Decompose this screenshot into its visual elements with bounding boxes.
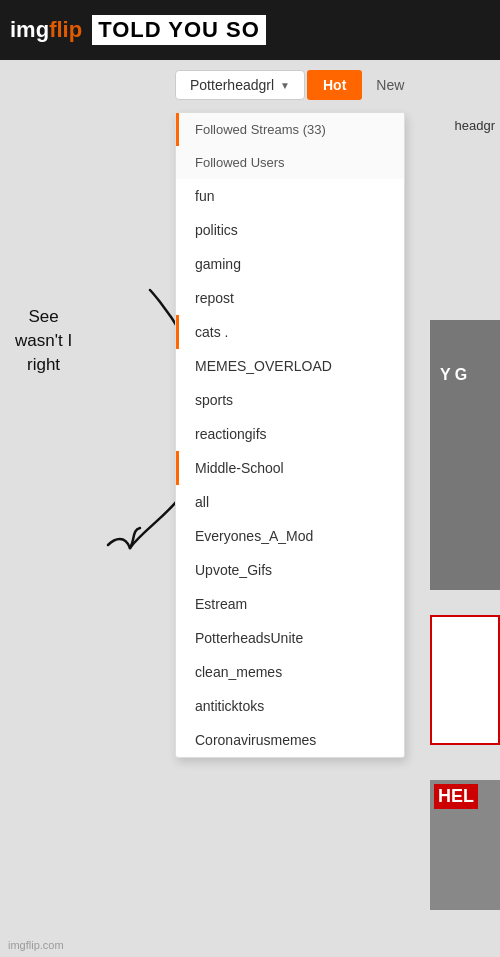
stream-item-potterheadsunite[interactable]: PotterheadsUnite xyxy=(176,621,404,655)
stream-item-all[interactable]: all xyxy=(176,485,404,519)
stream-item-estream[interactable]: Estream xyxy=(176,587,404,621)
imgflip-footer: imgflip.com xyxy=(8,939,64,951)
stream-item-gaming[interactable]: gaming xyxy=(176,247,404,281)
dropdown-label: Potterheadgrl xyxy=(190,77,274,93)
tab-hot-button[interactable]: Hot xyxy=(307,70,362,100)
tab-new-button[interactable]: New xyxy=(362,70,418,100)
logo-img-part: img xyxy=(10,17,49,42)
stream-item-reactiongifs[interactable]: reactiongifs xyxy=(176,417,404,451)
header-bar: imgflip TOLD YOU SO xyxy=(0,0,500,60)
white-box-element xyxy=(430,615,500,745)
svg-rect-0 xyxy=(430,320,500,590)
stream-item-everyones-a-mod[interactable]: Everyones_A_Mod xyxy=(176,519,404,553)
logo-area: imgflip TOLD YOU SO xyxy=(10,15,266,45)
stream-dropdown-button[interactable]: Potterheadgrl ▼ xyxy=(175,70,305,100)
annotation-line3: right xyxy=(27,355,60,374)
stream-item-clean-memes[interactable]: clean_memes xyxy=(176,655,404,689)
tab-bar: Potterheadgrl ▼ Hot New xyxy=(0,60,500,100)
partial-username: headgr xyxy=(455,118,495,133)
logo: imgflip xyxy=(10,17,82,43)
stream-item-cats[interactable]: cats xyxy=(176,315,404,349)
meme-overlay-text: TOLD YOU SO xyxy=(92,15,266,45)
hel-meme-box: HEL xyxy=(430,780,500,910)
hel-label: HEL xyxy=(434,784,478,809)
stream-item-fun[interactable]: fun xyxy=(176,179,404,213)
stream-item-repost[interactable]: repost xyxy=(176,281,404,315)
dropdown-menu: Followed Streams (33) Followed Users fun… xyxy=(175,112,405,758)
annotation-line1: See xyxy=(28,307,58,326)
stream-item-politics[interactable]: politics xyxy=(176,213,404,247)
logo-flip-part: flip xyxy=(49,17,82,42)
svg-text:Y G: Y G xyxy=(440,366,467,383)
chevron-down-icon: ▼ xyxy=(280,80,290,91)
stream-item-middle-school[interactable]: Middle-School xyxy=(176,451,404,485)
stream-item-antiticktoks[interactable]: antiticktoks xyxy=(176,689,404,723)
followed-streams-item[interactable]: Followed Streams (33) xyxy=(176,113,404,146)
stream-item-coronavirusmemes[interactable]: Coronavirusmemes xyxy=(176,723,404,757)
stream-item-memes-overload[interactable]: MEMES_OVERLOAD xyxy=(176,349,404,383)
followed-users-item[interactable]: Followed Users xyxy=(176,146,404,179)
yoda-meme-image: Y G xyxy=(430,320,500,590)
arrow-drawing xyxy=(60,280,190,560)
main-content: headgr Potterheadgrl ▼ Hot New Followed … xyxy=(0,60,500,957)
stream-item-upvote-gifs[interactable]: Upvote_Gifs xyxy=(176,553,404,587)
stream-item-sports[interactable]: sports xyxy=(176,383,404,417)
